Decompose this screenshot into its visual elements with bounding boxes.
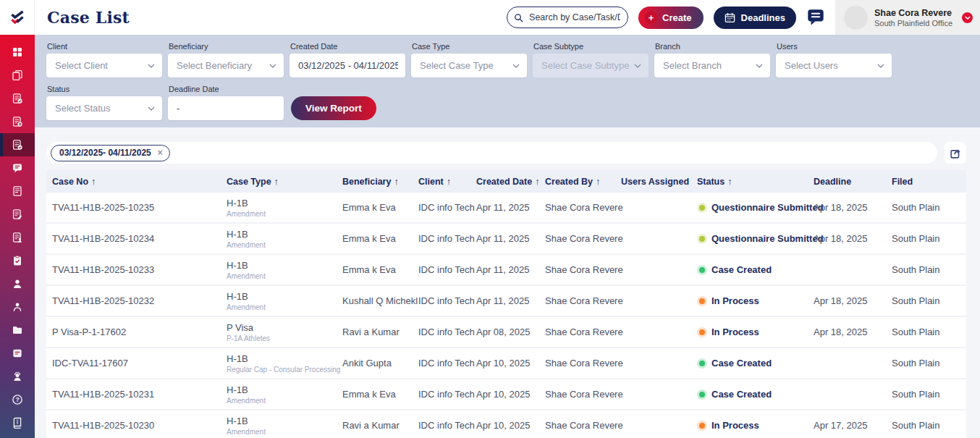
sidebar-item-knowledge-base[interactable] — [0, 411, 35, 434]
status-label: In Process — [711, 420, 759, 431]
user-menu[interactable]: Shae Cora Revere South Plainfield Office — [835, 0, 980, 35]
filter-select-beneficiary[interactable]: Select Beneficiary — [168, 54, 284, 77]
filter-select-users[interactable]: Select Users — [776, 54, 892, 77]
case-row[interactable]: TVA11-H1B-2025-10234H-1BAmendmentEmma k … — [46, 224, 966, 255]
filter-value-created-date: 03/12/2025 - 04/11/2025 — [298, 60, 398, 71]
case-row[interactable]: IDC-TVA11-17607H-1BRegular Cap - Consula… — [46, 348, 966, 379]
case-row[interactable]: P Visa-P-1-17602P VisaP-1A AthletesRavi … — [46, 317, 966, 348]
status-dot-icon — [699, 423, 705, 429]
chat-button[interactable] — [806, 8, 825, 27]
cell-created-date: Apr 10, 2025 — [470, 358, 539, 368]
sidebar-item-news[interactable] — [0, 180, 35, 203]
column-header-status[interactable]: Status↑ — [691, 177, 808, 187]
filter-input-deadline-date[interactable]: - — [168, 96, 284, 120]
sidebar-item-cases[interactable] — [0, 64, 35, 87]
cell-created-by: Shae Cora Revere — [539, 295, 615, 306]
filter-label-beneficiary: Beneficiary — [169, 42, 284, 51]
cell-beneficiary: Emma k Eva — [337, 233, 413, 244]
status-dot-icon — [699, 392, 705, 397]
cell-case-type: H-1BAmendment — [221, 260, 337, 280]
sidebar-item-folder[interactable] — [0, 319, 35, 342]
clients-icon — [12, 301, 23, 313]
case-row[interactable]: TVA11-H1B-2025-10230H-1BAmendmentRavi a … — [46, 410, 966, 438]
cell-case-no: TVA11-H1B-2025-10235 — [46, 202, 221, 213]
cell-client: IDC info Tech — [413, 202, 470, 213]
cell-created-date: Apr 11, 2025 — [470, 295, 539, 306]
cell-created-by: Shae Cora Revere — [539, 233, 615, 244]
sidebar-nav: ? — [0, 35, 35, 438]
app-logo[interactable] — [0, 0, 35, 35]
table-header: Case No↑Case Type↑Beneficiary↑Client↑Cre… — [46, 170, 966, 193]
create-button[interactable]: + Create — [638, 7, 703, 29]
sidebar-item-contracts[interactable] — [0, 203, 35, 226]
global-search[interactable] — [507, 7, 628, 28]
sort-asc-icon: ↑ — [596, 177, 600, 187]
cell-beneficiary: Emma k Eva — [337, 264, 413, 275]
filter-label-deadline-date: Deadline Date — [169, 85, 284, 93]
chip-close-icon[interactable]: × — [158, 148, 163, 157]
sort-asc-icon: ↑ — [91, 177, 96, 187]
sidebar-item-help[interactable]: ? — [0, 388, 35, 411]
case-type-main: H-1B — [227, 384, 337, 395]
sidebar-item-beneficiary-docs[interactable] — [0, 226, 35, 249]
sidebar-item-tasks[interactable] — [0, 249, 35, 272]
filter-value-case-subtype: Select Case Subtype — [541, 60, 629, 71]
chevron-down-icon — [269, 64, 276, 68]
filter-input-created-date[interactable]: 03/12/2025 - 04/11/2025 — [290, 54, 405, 77]
search-input[interactable] — [528, 12, 622, 23]
billing-icon — [12, 116, 23, 127]
cell-filed: South Plain — [886, 358, 966, 368]
cell-filed: South Plain — [886, 420, 966, 431]
cell-case-type: H-1BAmendment — [221, 291, 337, 311]
sidebar-item-case-list[interactable] — [0, 133, 35, 156]
sidebar-item-case-approved[interactable] — [0, 87, 35, 110]
avatar — [844, 6, 868, 30]
case-row[interactable]: TVA11-H1B-2025-10235H-1BAmendmentEmma k … — [46, 193, 966, 224]
sidebar-item-dashboard[interactable] — [0, 41, 35, 64]
sidebar-item-messages[interactable] — [0, 156, 35, 180]
case-row[interactable]: TVA11-H1B-2025-10231H-1BAmendmentEmma k … — [46, 379, 966, 410]
column-header-client[interactable]: Client↑ — [413, 177, 470, 187]
deadlines-button[interactable]: Deadlines — [714, 7, 796, 29]
case-type-main: H-1B — [227, 229, 337, 240]
status-label: Case Created — [711, 358, 772, 368]
column-header-created-by[interactable]: Created By↑ — [539, 177, 615, 187]
sidebar-item-billing[interactable] — [0, 110, 35, 133]
filter-select-client[interactable]: Select Client — [46, 54, 162, 77]
status-dot-icon — [699, 267, 705, 273]
filter-select-status[interactable]: Select Status — [46, 96, 162, 120]
column-header-case-type[interactable]: Case Type↑ — [221, 177, 337, 187]
notes-icon — [12, 348, 23, 359]
sidebar-item-notes[interactable] — [0, 342, 35, 365]
chevron-down-icon — [877, 64, 884, 68]
create-label: Create — [662, 12, 691, 23]
tasks-icon — [12, 255, 23, 266]
cell-created-by: Shae Cora Revere — [539, 327, 615, 337]
case-row[interactable]: TVA11-H1B-2025-10233H-1BAmendmentEmma k … — [46, 255, 966, 286]
column-header-case-no[interactable]: Case No↑ — [46, 177, 221, 187]
knowledge-base-icon — [12, 417, 23, 429]
logo-icon — [8, 8, 27, 27]
case-row[interactable]: TVA11-H1B-2025-10232H-1BAmendmentKushall… — [46, 286, 966, 317]
filter-select-case-type[interactable]: Select Case Type — [411, 54, 527, 77]
filter-branch: BranchSelect Branch — [654, 42, 770, 77]
cell-created-date: Apr 10, 2025 — [470, 420, 539, 431]
beneficiary-docs-icon — [12, 232, 23, 243]
chevron-down-icon — [148, 64, 155, 68]
sort-asc-icon: ↑ — [274, 177, 279, 187]
active-filters-bar: 03/12/2025- 04/11/2025 × — [46, 142, 937, 164]
sidebar-item-support[interactable] — [0, 365, 35, 388]
column-header-beneficiary[interactable]: Beneficiary↑ — [337, 177, 413, 187]
column-header-filed: Filed — [886, 177, 966, 187]
deadlines-label: Deadlines — [741, 12, 785, 23]
filter-select-branch[interactable]: Select Branch — [654, 54, 770, 77]
cell-deadline: Apr 18, 2025 — [808, 327, 886, 337]
column-header-created-date[interactable]: Created Date↑ — [470, 177, 539, 187]
status-label: Questionnaire Submitted — [711, 202, 824, 213]
export-button[interactable] — [945, 142, 966, 164]
view-report-button[interactable]: View Report — [291, 96, 376, 120]
status-dot-icon — [699, 361, 705, 366]
sidebar-item-user[interactable] — [0, 272, 35, 295]
sidebar-item-clients[interactable] — [0, 295, 35, 319]
filter-beneficiary: BeneficiarySelect Beneficiary — [168, 42, 284, 77]
